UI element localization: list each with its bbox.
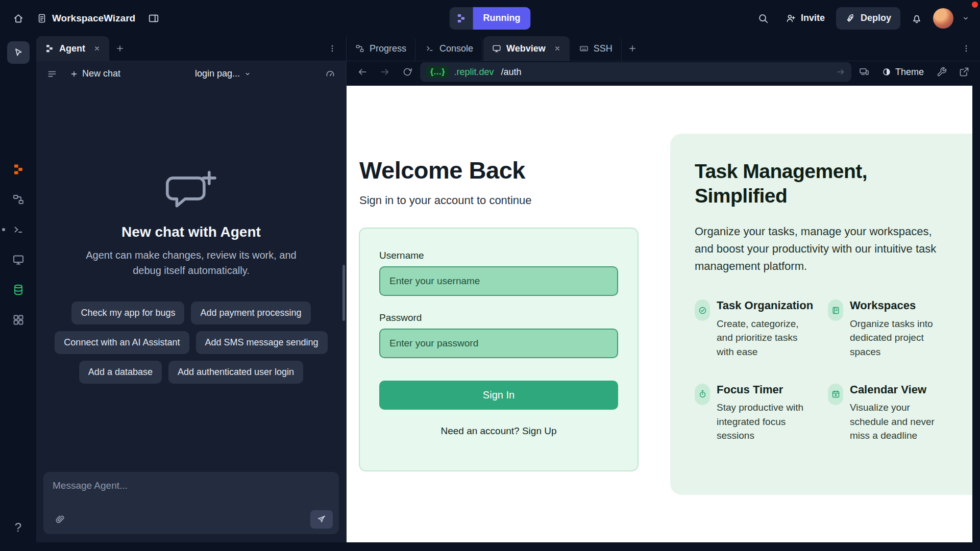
password-field-group: Password — [379, 312, 618, 358]
webview-rail-button[interactable] — [7, 248, 30, 271]
run-status-pill[interactable]: Running — [450, 7, 531, 30]
home-button[interactable] — [7, 7, 30, 30]
feature-description: Create, categorize, and prioritize tasks… — [717, 317, 817, 359]
layout-toggle-button[interactable] — [142, 7, 165, 30]
gauge-icon — [325, 69, 335, 79]
tab-agent-label: Agent — [59, 43, 85, 54]
cursor-icon — [13, 47, 24, 58]
close-tab-button[interactable] — [91, 43, 103, 54]
attach-file-button[interactable] — [51, 510, 70, 529]
layout-icon — [148, 13, 159, 24]
sign-up-link[interactable]: Need an account? Sign Up — [379, 425, 618, 437]
tab-agent[interactable]: Agent — [36, 36, 109, 61]
webview-page: Welcome Back Sign in to your account to … — [347, 86, 972, 542]
feature-description: Organize tasks into dedicated project sp… — [850, 317, 950, 359]
tab-console[interactable]: Console — [416, 36, 482, 61]
close-tab-button[interactable] — [552, 43, 563, 54]
notifications-button[interactable] — [905, 7, 928, 30]
new-chat-button[interactable]: New chat — [65, 65, 126, 82]
chip-sms[interactable]: Add SMS message sending — [196, 331, 328, 354]
feature-title: Workspaces — [850, 298, 950, 313]
progress-icon — [355, 44, 364, 53]
device-preview-button[interactable] — [854, 62, 874, 82]
workflows-rail-button[interactable] — [7, 188, 30, 211]
account-menu-button[interactable] — [959, 7, 973, 30]
topbar: WorkspaceWizard Running Invite Deploy — [0, 0, 980, 36]
kebab-icon — [328, 44, 337, 53]
feature-calendar-view: Calendar View Visualize your schedule an… — [828, 383, 950, 443]
forward-button[interactable] — [375, 62, 395, 82]
tab-progress-label: Progress — [370, 43, 406, 54]
deploy-button[interactable]: Deploy — [836, 7, 900, 30]
bell-icon — [911, 13, 922, 24]
empty-state-description: Agent can make changes, review its work,… — [71, 247, 311, 278]
agent-message-box[interactable] — [43, 472, 339, 534]
search-button[interactable] — [752, 7, 774, 30]
tab-webview[interactable]: Webview — [483, 36, 570, 61]
login-form-card: Username Password Sign In Need an accoun… — [359, 228, 639, 471]
help-button[interactable]: ? — [12, 520, 24, 535]
agent-panel-menu-button[interactable] — [323, 39, 342, 58]
chip-payment[interactable]: Add payment processing — [191, 302, 310, 324]
plus-icon — [628, 44, 637, 53]
agent-empty-state: New chat with Agent Agent can make chang… — [36, 86, 346, 465]
theme-icon — [882, 67, 891, 77]
invite-button[interactable]: Invite — [779, 7, 831, 30]
back-button[interactable] — [353, 62, 372, 82]
new-tab-button[interactable] — [110, 39, 130, 58]
suggestion-chips: Check my app for bugs Add payment proces… — [48, 302, 335, 384]
select-tool-button[interactable] — [7, 41, 30, 64]
url-bar[interactable]: {…} .replit.dev /auth — [420, 62, 851, 82]
shell-rail-button[interactable] — [7, 218, 30, 241]
feature-description: Stay productive with integrated focus se… — [717, 400, 817, 443]
go-arrow-icon[interactable] — [836, 67, 845, 77]
paperclip-icon — [55, 514, 65, 524]
chip-check-bugs[interactable]: Check my app for bugs — [71, 302, 184, 324]
chevron-down-icon — [244, 70, 251, 78]
password-input[interactable] — [379, 329, 618, 358]
feature-title: Task Organization — [717, 298, 817, 313]
feature-title: Focus Timer — [717, 383, 817, 397]
list-icon — [47, 69, 57, 79]
tab-ssh[interactable]: SSH — [571, 36, 622, 61]
chip-database[interactable]: Add a database — [79, 361, 162, 384]
feature-task-organization: Task Organization Create, categorize, an… — [695, 298, 817, 359]
devtools-button[interactable] — [932, 62, 951, 82]
chat-plus-icon — [163, 168, 219, 215]
replit-workspace: WorkspaceWizard Running Invite Deploy — [0, 0, 980, 551]
agent-body: New chat login pag... New chat with Agen… — [36, 61, 346, 542]
promo-description: Organize your tasks, manage your workspa… — [695, 223, 950, 275]
username-input[interactable] — [379, 266, 618, 296]
arrow-left-icon — [357, 67, 368, 77]
panel-scrollbar[interactable] — [342, 265, 345, 321]
user-plus-icon — [786, 13, 796, 23]
journal-icon — [828, 299, 843, 321]
promo-panel: Task Management, Simplified Organize you… — [670, 134, 972, 495]
send-message-button[interactable] — [310, 510, 333, 529]
chip-auth-login[interactable]: Add authenticated user login — [168, 361, 303, 384]
calendar-plus-icon — [828, 384, 843, 405]
plus-icon — [70, 70, 78, 78]
refresh-button[interactable] — [398, 62, 417, 82]
theme-button[interactable]: Theme — [877, 64, 929, 81]
chat-title-dropdown[interactable]: login pag... — [190, 65, 256, 82]
left-rail: ? — [0, 36, 36, 542]
new-tab-button[interactable] — [623, 39, 642, 58]
all-tools-rail-button[interactable] — [7, 309, 30, 331]
database-rail-button[interactable] — [7, 279, 30, 301]
chat-history-button[interactable] — [42, 64, 62, 84]
close-icon — [93, 45, 101, 52]
agent-usage-button[interactable] — [321, 64, 340, 84]
open-in-new-tab-button[interactable] — [954, 62, 974, 82]
agent-rail-button[interactable] — [7, 158, 30, 181]
workspace-title[interactable]: WorkspaceWizard — [34, 13, 138, 24]
promo-title: Task Management, Simplified — [695, 159, 919, 208]
avatar[interactable] — [933, 8, 953, 29]
webview-panel-menu-button[interactable] — [957, 39, 976, 58]
webview-panel: Progress Console Webview SSH — [347, 36, 980, 542]
agent-message-input[interactable] — [51, 479, 333, 492]
sign-in-button[interactable]: Sign In — [379, 381, 618, 410]
tab-progress[interactable]: Progress — [347, 36, 415, 61]
file-icon — [37, 13, 47, 23]
chip-ai-assistant[interactable]: Connect with an AI Assistant — [55, 331, 189, 354]
